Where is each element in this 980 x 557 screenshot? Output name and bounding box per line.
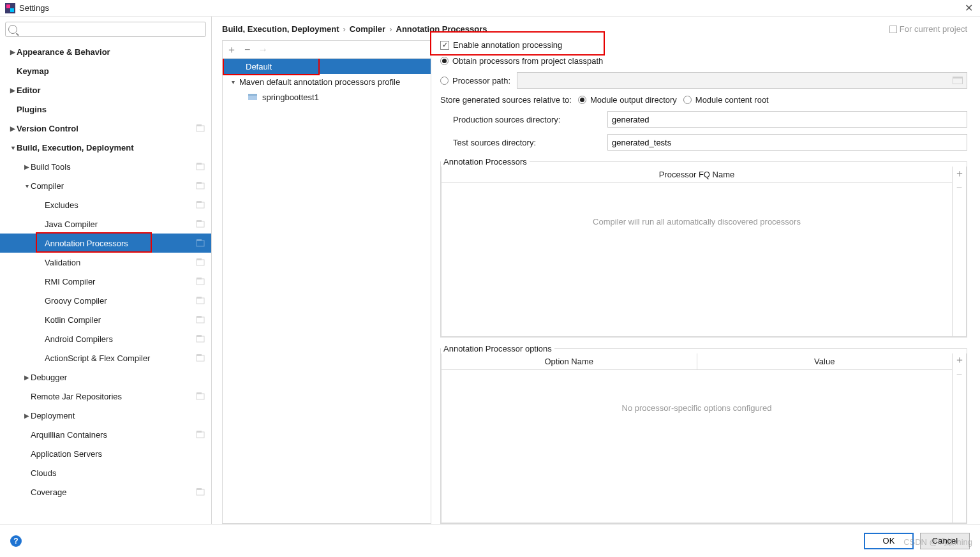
sidebar-item-groovy-compiler[interactable]: Groovy Compiler: [0, 291, 211, 310]
svg-rect-27: [197, 394, 204, 399]
profile-label: Default: [243, 62, 272, 71]
profile-default[interactable]: Default: [223, 59, 431, 74]
sidebar-item-label: Appearance & Behavior: [17, 47, 205, 57]
profile-toolbar: ＋ − →: [223, 41, 431, 59]
test-dir-label: Test sources directory:: [440, 138, 601, 147]
sidebar-item-appearance-behavior[interactable]: ▶Appearance & Behavior: [0, 42, 211, 61]
svg-rect-26: [197, 354, 202, 356]
project-scope-icon: [196, 162, 205, 171]
svg-rect-29: [197, 432, 204, 438]
sidebar-item-arquillian-containers[interactable]: Arquillian Containers: [0, 425, 211, 444]
svg-rect-3: [197, 126, 204, 131]
processor-path-input[interactable]: [517, 72, 967, 89]
titlebar: Settings ✕: [0, 0, 980, 17]
breadcrumb: Build, Execution, Deployment › Compiler …: [222, 24, 967, 34]
sidebar-item-compiler[interactable]: ▾Compiler: [0, 176, 211, 195]
remove-profile-button[interactable]: −: [244, 45, 250, 55]
breadcrumb-part: Build, Execution, Deployment: [222, 24, 339, 34]
options-table[interactable]: Option Name Value No processor-specific …: [441, 353, 953, 524]
add-processor-button[interactable]: ＋: [953, 167, 966, 181]
profile-label: springboottest1: [260, 93, 319, 102]
enable-annotation-checkbox[interactable]: Enable annotation processing: [440, 40, 967, 50]
svg-rect-15: [197, 260, 204, 265]
chevron-down-icon: ▾: [229, 78, 237, 85]
profile-list[interactable]: Default▾Maven default annotation process…: [223, 59, 431, 523]
settings-tree[interactable]: ▶Appearance & BehaviorKeymap▶EditorPlugi…: [0, 41, 211, 524]
search-input[interactable]: [5, 22, 206, 37]
svg-rect-8: [197, 182, 202, 184]
sidebar-item-label: Annotation Processors: [45, 239, 196, 248]
sidebar-item-actionscript-flex-compiler[interactable]: ActionScript & Flex Compiler: [0, 348, 211, 368]
sidebar-item-editor[interactable]: ▶Editor: [0, 80, 211, 100]
move-to-button[interactable]: →: [258, 45, 268, 55]
sidebar-item-validation[interactable]: Validation: [0, 253, 211, 272]
project-scope-icon: [196, 277, 205, 286]
close-icon[interactable]: ✕: [962, 2, 975, 14]
prod-dir-input[interactable]: [607, 111, 967, 128]
project-scope-icon: [196, 487, 205, 496]
project-scope-icon: [196, 315, 205, 324]
sidebar-item-deployment[interactable]: ▶Deployment: [0, 406, 211, 425]
sidebar-item-android-compilers[interactable]: Android Compilers: [0, 329, 211, 348]
svg-rect-13: [197, 241, 204, 246]
obtain-classpath-radio[interactable]: Obtain processors from project classpath: [440, 56, 967, 66]
ok-button[interactable]: OK: [864, 533, 914, 549]
folder-icon[interactable]: [953, 77, 963, 84]
processors-table[interactable]: Processor FQ Name Compiler will run all …: [441, 167, 953, 337]
radio-icon: [440, 77, 449, 85]
module-output-radio[interactable]: Module output directory: [578, 95, 677, 105]
options-empty-text: No processor-specific options configured: [442, 370, 952, 447]
cancel-button[interactable]: Cancel: [920, 533, 970, 549]
radio-icon: [683, 96, 692, 104]
app-icon: [5, 3, 15, 13]
detail-panel: Enable annotation processing Obtain proc…: [440, 40, 967, 524]
chevron-icon: ▾: [9, 144, 17, 151]
svg-rect-24: [197, 335, 202, 337]
project-scope-icon: [196, 239, 205, 248]
prod-dir-label: Production sources directory:: [440, 115, 601, 124]
processors-fieldset: Annotation Processors Processor FQ Name …: [440, 157, 967, 338]
sidebar-item-label: Kotlin Compiler: [45, 315, 196, 325]
sidebar-item-excludes[interactable]: Excludes: [0, 195, 211, 214]
sidebar-item-coverage[interactable]: Coverage: [0, 482, 211, 501]
sidebar-item-java-compiler[interactable]: Java Compiler: [0, 214, 211, 234]
sidebar-item-plugins[interactable]: Plugins: [0, 100, 211, 119]
breadcrumb-part: Annotation Processors: [396, 24, 487, 34]
sidebar-item-label: Version Control: [17, 124, 196, 133]
sidebar-item-remote-jar-repositories[interactable]: Remote Jar Repositories: [0, 387, 211, 406]
sidebar-item-label: Arquillian Containers: [31, 430, 196, 440]
sidebar-item-keymap[interactable]: Keymap: [0, 61, 211, 80]
add-option-button[interactable]: ＋: [953, 353, 966, 368]
processor-path-radio[interactable]: Processor path:: [440, 76, 510, 85]
option-value-header: Value: [697, 353, 953, 369]
svg-rect-20: [197, 297, 202, 299]
svg-rect-21: [197, 317, 204, 323]
project-scope-icon: [196, 258, 205, 267]
svg-rect-9: [197, 202, 204, 208]
module-content-radio[interactable]: Module content root: [683, 95, 769, 105]
sidebar-item-build-execution-deployment[interactable]: ▾Build, Execution, Deployment: [0, 138, 211, 157]
sidebar-item-application-servers[interactable]: Application Servers: [0, 444, 211, 463]
chevron-icon: ▾: [23, 182, 31, 189]
remove-option-button[interactable]: −: [953, 368, 966, 382]
profile-maven-default-annotation-processors-profile[interactable]: ▾Maven default annotation processors pro…: [223, 74, 431, 89]
add-profile-button[interactable]: ＋: [226, 45, 237, 55]
sidebar-item-label: Compiler: [31, 181, 196, 191]
svg-rect-18: [197, 278, 202, 279]
test-dir-input[interactable]: [607, 134, 967, 151]
profile-springboottest1[interactable]: springboottest1: [223, 89, 431, 105]
sidebar-item-debugger[interactable]: ▶Debugger: [0, 368, 211, 387]
sidebar-item-label: Java Compiler: [45, 219, 196, 229]
svg-rect-17: [197, 279, 204, 285]
sidebar-item-kotlin-compiler[interactable]: Kotlin Compiler: [0, 310, 211, 329]
settings-sidebar: ▶Appearance & BehaviorKeymap▶EditorPlugi…: [0, 17, 212, 524]
sidebar-item-version-control[interactable]: ▶Version Control: [0, 119, 211, 138]
help-icon[interactable]: ?: [10, 535, 22, 547]
sidebar-item-annotation-processors[interactable]: Annotation Processors: [0, 234, 211, 253]
remove-processor-button[interactable]: −: [953, 181, 966, 195]
sidebar-item-label: Application Servers: [31, 449, 205, 459]
sidebar-item-rmi-compiler[interactable]: RMI Compiler: [0, 272, 211, 291]
svg-rect-28: [197, 392, 202, 394]
sidebar-item-clouds[interactable]: Clouds: [0, 463, 211, 482]
sidebar-item-build-tools[interactable]: ▶Build Tools: [0, 157, 211, 176]
